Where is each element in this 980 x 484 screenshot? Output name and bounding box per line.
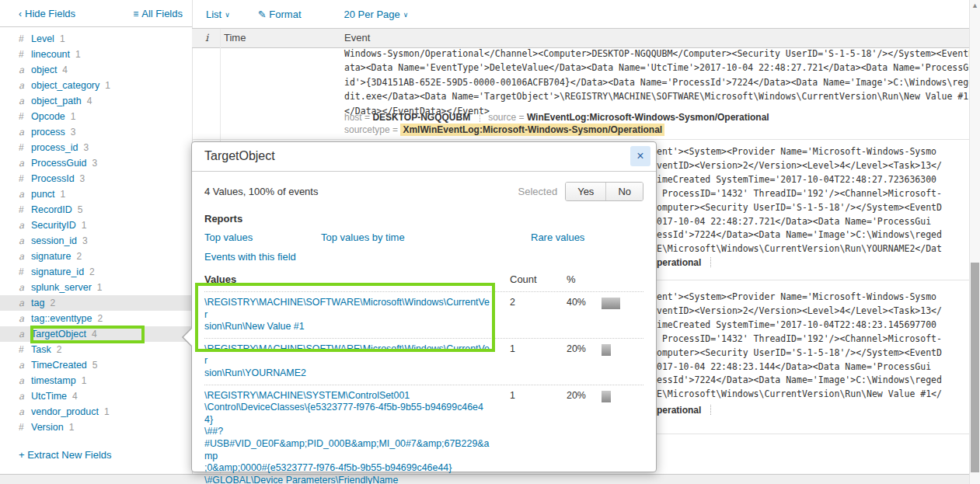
field-count: 1 xyxy=(97,282,103,293)
sidebar-field-row[interactable]: a signature 2 xyxy=(0,249,192,264)
sidebar-field-row[interactable]: # ProcessId 3 xyxy=(0,171,192,186)
top-values-link[interactable]: Top values xyxy=(204,232,253,243)
top-values-by-time-link[interactable]: Top values by time xyxy=(321,232,405,243)
field-count: 3 xyxy=(83,142,89,153)
field-name-link[interactable]: object_path xyxy=(31,96,82,106)
scrollbar-thumb[interactable] xyxy=(971,263,979,472)
all-fields-button[interactable]: ≡All Fields xyxy=(133,8,183,19)
field-name-link[interactable]: ProcessId xyxy=(31,173,75,184)
events-toolbar: List∨ ✎ Format 20 Per Page∨ xyxy=(192,0,969,29)
sidebar-field-row[interactable]: # Level 1 xyxy=(0,31,192,47)
field-type-icon: # xyxy=(19,111,31,122)
sidebar-field-row[interactable]: # Task 2 xyxy=(0,342,192,357)
event-raw-text-fragment[interactable]: ent'><System><Provider Name='Microsoft-W… xyxy=(657,145,942,256)
field-name-link[interactable]: TargetObject xyxy=(31,329,86,339)
sidebar-field-row[interactable]: a tag::eventtype 2 xyxy=(0,311,192,326)
sidebar-field-row[interactable]: a session_id 3 xyxy=(0,233,192,249)
event-raw-text-fragment[interactable]: ent'><System><Provider Name='Microsoft-W… xyxy=(657,291,942,402)
field-name-link[interactable]: signature xyxy=(31,251,71,262)
value-link[interactable]: \REGISTRY\MACHINE\SOFTWARE\Microsoft\Win… xyxy=(204,297,500,333)
field-name-link[interactable]: signature_id xyxy=(31,266,84,277)
sidebar-field-row[interactable]: a object_path 4 xyxy=(0,93,192,109)
field-name-link[interactable]: Opcode xyxy=(31,111,65,122)
count-column-header: Count xyxy=(500,273,567,285)
report-links: Top values Top values by time Rare value… xyxy=(204,232,643,266)
host-value[interactable]: DESKTOP-NGQQUBM xyxy=(372,112,470,123)
sidebar-field-row[interactable]: a tag 2 xyxy=(0,295,192,311)
field-name-link[interactable]: ProcessGuid xyxy=(31,158,87,169)
sourcetype-tail: perational xyxy=(657,257,701,268)
events-table-header: i Time Event xyxy=(192,29,969,48)
events-with-field-link[interactable]: Events with this field xyxy=(204,251,296,263)
sidebar-field-row[interactable]: a splunk_server 1 xyxy=(0,280,192,295)
sidebar-field-row[interactable]: a timestamp 1 xyxy=(0,373,192,388)
field-name-link[interactable]: splunk_server xyxy=(31,282,92,293)
field-name-link[interactable]: Level xyxy=(31,33,54,44)
per-page-dropdown[interactable]: 20 Per Page∨ xyxy=(344,9,409,20)
value-link[interactable]: \REGISTRY\MACHINE\SOFTWARE\Microsoft\Win… xyxy=(204,343,500,380)
value-link[interactable]: \REGISTRY\MACHINE\SYSTEM\ControlSet001 \… xyxy=(204,390,500,484)
format-button[interactable]: ✎ Format xyxy=(258,9,302,20)
field-name-link[interactable]: tag xyxy=(31,298,44,308)
sidebar-field-row[interactable]: # signature_id 2 xyxy=(0,264,192,280)
field-name-link[interactable]: object_category xyxy=(31,80,99,91)
field-count: 1 xyxy=(61,189,66,200)
sidebar-field-row[interactable]: a TimeCreated 5 xyxy=(0,357,192,373)
field-name-link[interactable]: linecount xyxy=(31,49,70,60)
field-count: 3 xyxy=(92,158,98,169)
field-name-link[interactable]: RecordID xyxy=(31,204,72,215)
sidebar-field-row[interactable]: a process 3 xyxy=(0,124,192,140)
field-count: 5 xyxy=(92,360,98,371)
selected-yes-button[interactable]: Yes xyxy=(566,183,605,200)
sourcetype-value-highlighted[interactable]: XmlWinEventLog:Microsoft-Windows-Sysmon/… xyxy=(400,124,664,136)
field-name-link[interactable]: vendor_product xyxy=(31,406,99,417)
field-type-icon: a xyxy=(19,360,31,371)
value-count: 1 xyxy=(500,343,567,380)
field-name-link[interactable]: UtcTime xyxy=(31,391,67,402)
field-type-icon: a xyxy=(19,158,31,169)
info-column-header: i xyxy=(205,32,208,44)
event-raw-text[interactable]: Windows-Sysmon/Operational</Channel><Com… xyxy=(344,47,974,118)
source-value[interactable]: WinEventLog:Microsoft-Windows-Sysmon/Ope… xyxy=(527,112,769,123)
field-name-link[interactable]: session_id xyxy=(31,235,77,246)
selected-no-button[interactable]: No xyxy=(605,183,643,200)
event-meta-fragment: perational xyxy=(657,405,719,416)
field-count: 2 xyxy=(76,251,82,262)
field-name-link[interactable]: timestamp xyxy=(31,375,76,386)
sidebar-field-row[interactable]: a punct 1 xyxy=(0,186,192,202)
sidebar-field-row[interactable]: a ProcessGuid 3 xyxy=(0,155,192,171)
sidebar-field-row[interactable]: # process_id 3 xyxy=(0,140,192,155)
hide-fields-button[interactable]: ‹Hide Fields xyxy=(19,8,75,19)
sidebar-field-row[interactable]: a vendor_product 1 xyxy=(0,404,192,420)
field-name-link[interactable]: TimeCreated xyxy=(31,360,87,371)
field-name-link[interactable]: SecurityID xyxy=(31,220,76,231)
sidebar-field-row[interactable]: # RecordID 5 xyxy=(0,202,192,218)
field-type-icon: # xyxy=(19,266,31,277)
field-name-link[interactable]: object xyxy=(31,64,57,75)
scroll-up-arrow-icon[interactable]: ▲ xyxy=(971,2,978,9)
field-name-link[interactable]: Task xyxy=(31,344,51,355)
vertical-scrollbar[interactable]: ▲ xyxy=(969,0,980,484)
field-name-link[interactable]: process_id xyxy=(31,142,78,153)
sidebar-field-row[interactable]: a TargetObject 4 xyxy=(0,326,192,342)
field-name-link[interactable]: punct xyxy=(31,189,55,200)
field-name-link[interactable]: tag::eventtype xyxy=(31,313,92,324)
close-icon[interactable]: × xyxy=(630,146,650,166)
reports-heading: Reports xyxy=(204,213,643,225)
sidebar-field-row[interactable]: a object 4 xyxy=(0,62,192,78)
sidebar-field-row[interactable]: a SecurityID 1 xyxy=(0,218,192,233)
sidebar-field-row[interactable]: # Version 1 xyxy=(0,420,192,435)
popup-title: TargetObject xyxy=(204,149,275,163)
field-name-link[interactable]: Version xyxy=(31,422,64,433)
sidebar-field-row[interactable]: a UtcTime 4 xyxy=(0,388,192,404)
list-view-dropdown[interactable]: List∨ xyxy=(206,9,230,20)
time-column-header: Time xyxy=(224,32,246,44)
field-type-icon: a xyxy=(19,127,31,138)
sidebar-field-row[interactable]: # linecount 1 xyxy=(0,47,192,62)
rare-values-link[interactable]: Rare values xyxy=(531,232,584,243)
field-divider xyxy=(710,405,711,415)
sidebar-field-row[interactable]: a object_category 1 xyxy=(0,78,192,93)
sidebar-field-row[interactable]: # Opcode 1 xyxy=(0,109,192,124)
extract-new-fields-link[interactable]: + Extract New Fields xyxy=(19,449,112,461)
field-name-link[interactable]: process xyxy=(31,127,65,138)
